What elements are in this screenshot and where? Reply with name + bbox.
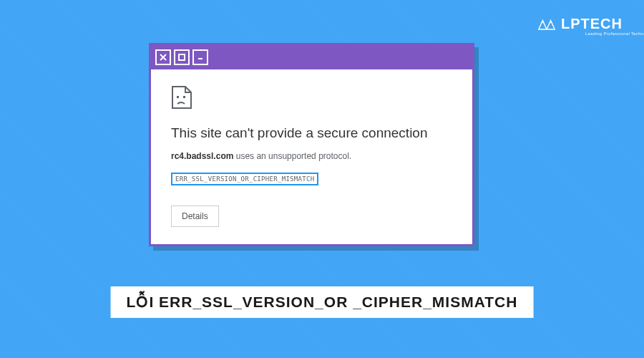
error-subtext: rc4.badssl.com uses an unsupported proto… <box>171 151 452 161</box>
sad-page-icon <box>171 85 192 110</box>
details-button[interactable]: Details <box>171 205 219 227</box>
minimize-button[interactable] <box>192 49 208 65</box>
brand-logo: LPTECH Leading Professional Technology <box>537 16 623 32</box>
close-button[interactable] <box>155 49 171 65</box>
error-code: ERR_SSL_VERSION_OR_CIPHER_MISMATCH <box>171 173 318 185</box>
close-icon <box>159 53 167 62</box>
window-titlebar <box>151 45 472 69</box>
banner-title: LỖI ERR_SSL_VERSION_OR _CIPHER_MISMATCH <box>111 286 534 318</box>
window-content: This site can't provide a secure connect… <box>151 69 472 244</box>
svg-rect-4 <box>183 96 185 98</box>
svg-point-1 <box>550 21 552 23</box>
logo-icon <box>537 17 557 32</box>
browser-window: This site can't provide a secure connect… <box>149 43 474 246</box>
svg-rect-3 <box>177 96 179 98</box>
logo-text: LPTECH <box>561 16 623 32</box>
maximize-button[interactable] <box>174 49 190 65</box>
error-protocol-text: uses an unsupported protocol. <box>233 151 351 161</box>
svg-point-0 <box>542 21 543 23</box>
minimize-icon <box>197 54 204 61</box>
error-heading: This site can't provide a secure connect… <box>171 125 452 141</box>
error-domain: rc4.badssl.com <box>171 151 233 161</box>
maximize-icon <box>178 54 185 61</box>
logo-subtitle: Leading Professional Technology <box>585 32 644 36</box>
svg-rect-2 <box>179 54 185 60</box>
